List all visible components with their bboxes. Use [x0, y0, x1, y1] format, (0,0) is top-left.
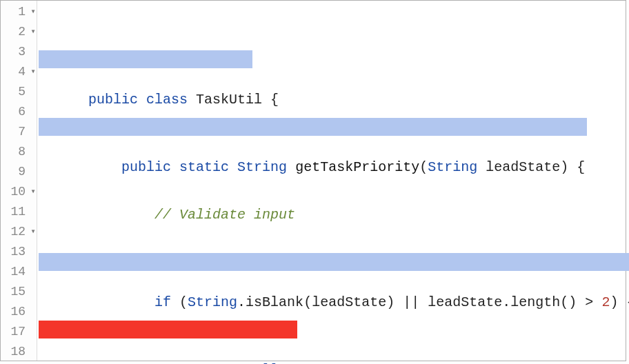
- line-number: 6: [18, 102, 34, 122]
- line-number: 17: [10, 322, 34, 342]
- line-number: 15: [10, 282, 34, 302]
- line-number: 16: [10, 302, 34, 322]
- gutter-row[interactable]: 7: [1, 122, 37, 142]
- line-number: 3: [18, 42, 34, 62]
- gutter-row[interactable]: 17: [1, 322, 37, 342]
- code-line[interactable]: public static String getTaskPriority(Str…: [39, 117, 629, 137]
- fold-icon[interactable]: ▾: [30, 182, 37, 202]
- line-number: 5: [18, 82, 34, 102]
- coverage-highlight: [39, 321, 297, 338]
- coverage-highlight: [39, 50, 252, 68]
- line-number: 13: [10, 242, 34, 262]
- gutter-row[interactable]: 13: [1, 242, 37, 262]
- fold-icon[interactable]: ▾: [30, 2, 37, 22]
- gutter-row[interactable]: 2▾: [1, 22, 37, 42]
- code-line[interactable]: // Validate input: [39, 185, 629, 205]
- coverage-highlight: [39, 118, 587, 136]
- code-line[interactable]: public class TaskUtil {: [39, 50, 629, 70]
- gutter-row[interactable]: 16: [1, 302, 37, 322]
- code-area[interactable]: public class TaskUtil { public static St…: [37, 1, 629, 361]
- fold-icon[interactable]: ▾: [30, 222, 37, 242]
- code-line[interactable]: return null;: [39, 320, 629, 340]
- line-number: 11: [10, 202, 34, 222]
- gutter-row[interactable]: 1▾: [1, 2, 37, 22]
- fold-icon[interactable]: ▾: [30, 62, 37, 82]
- gutter-row[interactable]: 11: [1, 202, 37, 222]
- fold-icon[interactable]: ▾: [30, 22, 37, 42]
- gutter: 1▾ 2▾ 3 4▾ 5 6 7 8 9 10▾ 11 12▾ 13 14 15…: [1, 1, 37, 361]
- gutter-row[interactable]: 10▾: [1, 182, 37, 202]
- gutter-row[interactable]: 14: [1, 262, 37, 282]
- gutter-row[interactable]: 4▾: [1, 62, 37, 82]
- gutter-row[interactable]: 15: [1, 282, 37, 302]
- line-number: 18: [10, 342, 34, 362]
- line-number: 8: [18, 142, 34, 162]
- gutter-row[interactable]: 3: [1, 42, 37, 62]
- gutter-row[interactable]: 9: [1, 162, 37, 182]
- gutter-row[interactable]: 18: [1, 342, 37, 362]
- line-number: 9: [18, 162, 34, 182]
- coverage-highlight: [39, 253, 629, 271]
- gutter-row[interactable]: 6: [1, 102, 37, 122]
- gutter-row[interactable]: 5: [1, 82, 37, 102]
- line-number: 7: [18, 122, 34, 142]
- gutter-row[interactable]: 12▾: [1, 222, 37, 242]
- code-line[interactable]: if (String.isBlank(leadState) || leadSta…: [39, 252, 629, 272]
- code-editor: 1▾ 2▾ 3 4▾ 5 6 7 8 9 10▾ 11 12▾ 13 14 15…: [0, 0, 626, 361]
- gutter-row[interactable]: 8: [1, 142, 37, 162]
- line-number: 14: [10, 262, 34, 282]
